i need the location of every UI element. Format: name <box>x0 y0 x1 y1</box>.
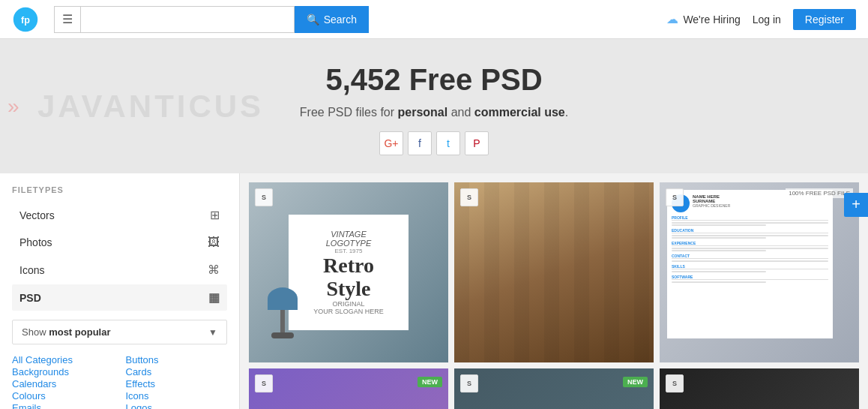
shortstack-badge-4: S <box>255 374 273 392</box>
plus-fab-button[interactable]: + <box>844 193 868 217</box>
new-badge-4: NEW <box>418 374 442 386</box>
facebook-button[interactable]: f <box>408 131 432 155</box>
filetype-vectors[interactable]: Vectors ⊞ <box>12 202 227 228</box>
shortstack-badge-1: S <box>255 188 273 206</box>
filetypes-label: FILETYPES <box>12 185 227 194</box>
psd-file-label: 100% FREE PSD FILE <box>786 188 853 198</box>
show-popular-dropdown[interactable]: Show most popular ▼ <box>12 320 227 344</box>
new-badge-5: NEW <box>623 374 648 386</box>
cloud-icon: ☁ <box>666 12 678 26</box>
category-emails[interactable]: Emails <box>12 400 41 409</box>
chevron-down-icon: ▼ <box>208 327 217 338</box>
content-card-6[interactable]: S <box>660 368 859 409</box>
vectors-icon: ⊞ <box>210 208 220 222</box>
shortstack-badge-6: S <box>666 374 684 392</box>
we-hiring-link[interactable]: ☁ We're Hiring <box>666 12 740 26</box>
freepik-logo-icon: fp <box>12 6 39 33</box>
search-icon: 🔍 <box>307 14 319 26</box>
svg-text:fp: fp <box>21 15 30 26</box>
header-right: ☁ We're Hiring Log in Register <box>666 9 856 30</box>
shortstack-badge-2: S <box>460 188 478 206</box>
hero-watermark: JAVANTICUS <box>37 89 264 125</box>
psd-icon: ▦ <box>208 290 220 305</box>
header: fp ☰ 🔍 Search ☁ We're Hiring Log in Regi… <box>0 0 868 39</box>
google-plus-button[interactable]: G+ <box>379 131 403 155</box>
social-icons: G+ f t P <box>15 131 853 155</box>
sidebar: FILETYPES Vectors ⊞ Photos 🖼 Icons ⌘ PSD… <box>0 173 240 409</box>
search-area: ☰ 🔍 Search <box>54 6 369 33</box>
login-link[interactable]: Log in <box>753 14 781 26</box>
content-card-2[interactable]: S <box>454 182 654 362</box>
category-logos[interactable]: Logos <box>126 400 152 409</box>
logo[interactable]: fp <box>12 6 39 33</box>
register-button[interactable]: Register <box>793 9 856 30</box>
hero-arrows-icon: » <box>7 95 19 119</box>
content-card-5[interactable]: S NEW <box>454 368 654 409</box>
lamp-decoration <box>264 287 301 347</box>
filetype-psd[interactable]: PSD ▦ <box>12 284 227 311</box>
content-grid: S VINTAGE LOGOTYPE EST. 1975 RetroStyle … <box>240 173 868 409</box>
hero-section: » JAVANTICUS 5,452 Free PSD Free PSD fil… <box>0 39 868 173</box>
categories-grid: All Categories Backgrounds Calendars Col… <box>12 353 227 409</box>
retro-poster-content: VINTAGE LOGOTYPE EST. 1975 RetroStyle OR… <box>289 215 409 331</box>
photos-icon: 🖼 <box>208 236 220 249</box>
shortstack-badge-5: S <box>460 374 478 392</box>
search-input[interactable] <box>81 6 295 33</box>
main-layout: FILETYPES Vectors ⊞ Photos 🖼 Icons ⌘ PSD… <box>0 173 868 409</box>
cv-preview: NAME HERE SURNAME GRAPHIC DESIGNER PROFI… <box>667 190 833 338</box>
shortstack-badge-3: S <box>666 188 684 206</box>
hamburger-button[interactable]: ☰ <box>54 6 81 33</box>
filetype-icons[interactable]: Icons ⌘ <box>12 257 227 283</box>
content-card-3[interactable]: S 100% FREE PSD FILE NAME HERE SURNAME G… <box>660 182 859 362</box>
icons-icon: ⌘ <box>208 263 220 277</box>
content-card-4[interactable]: S NEW Louis Smith YOURCOMPANYDESIGN DIRE… <box>249 368 448 409</box>
content-card-1[interactable]: S VINTAGE LOGOTYPE EST. 1975 RetroStyle … <box>249 182 448 362</box>
pinterest-button[interactable]: P <box>465 131 489 155</box>
twitter-button[interactable]: t <box>436 131 460 155</box>
search-button[interactable]: 🔍 Search <box>295 6 369 33</box>
filetype-photos[interactable]: Photos 🖼 <box>12 230 227 255</box>
